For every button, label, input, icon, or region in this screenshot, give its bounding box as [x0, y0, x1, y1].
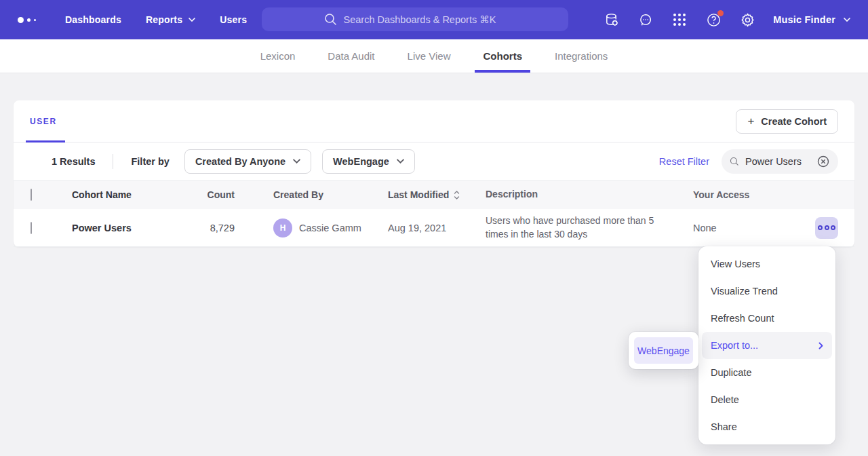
select-all-checkbox[interactable] — [31, 189, 32, 201]
tab-cohorts[interactable]: Cohorts — [469, 39, 536, 73]
settings-gear-icon[interactable] — [739, 12, 755, 28]
nav-item-reports[interactable]: Reports — [136, 9, 205, 31]
integration-filter-dropdown[interactable]: WebEngage — [322, 149, 415, 174]
chevron-down-icon — [293, 159, 300, 164]
row-actions-button[interactable] — [815, 217, 838, 239]
menu-item-visualize-trend[interactable]: Visualize Trend — [698, 278, 835, 305]
sort-icon — [454, 191, 460, 200]
data-management-icon[interactable] — [604, 12, 620, 28]
export-submenu: WebEngage — [629, 332, 698, 369]
more-dot — [831, 225, 835, 230]
global-search[interactable] — [262, 7, 568, 31]
menu-item-share[interactable]: Share — [698, 413, 835, 440]
filter-by-label: Filter by — [131, 156, 169, 167]
header-created-by[interactable]: Created By — [235, 189, 388, 200]
more-dot — [825, 225, 829, 230]
help-icon[interactable] — [705, 12, 722, 28]
created-by-dropdown-value: Created By Anyone — [195, 156, 285, 167]
header-count[interactable]: Count — [194, 189, 235, 200]
menu-item-refresh-count[interactable]: Refresh Count — [698, 305, 835, 332]
cohort-search[interactable] — [722, 149, 838, 174]
row-actions-menu: View Users Visualize Trend Refresh Count… — [698, 246, 835, 444]
nav-item-label: Dashboards — [65, 14, 121, 25]
submenu-item-webengage[interactable]: WebEngage — [634, 337, 693, 364]
brand-logo[interactable] — [18, 17, 50, 23]
tab-lexicon[interactable]: Lexicon — [247, 39, 309, 73]
menu-item-export-to[interactable]: Export to... — [702, 332, 832, 359]
menu-item-delete[interactable]: Delete — [698, 386, 835, 413]
cohorts-panel: USER + Create Cohort 1 Results Filter by… — [14, 100, 854, 247]
nav-item-users[interactable]: Users — [210, 9, 256, 31]
menu-item-label: Export to... — [711, 340, 758, 351]
header-label: Last Modified — [388, 189, 449, 200]
create-cohort-label: Create Cohort — [761, 116, 827, 127]
reset-filter-link[interactable]: Reset Filter — [659, 156, 709, 167]
count-cell: 8,729 — [194, 223, 235, 233]
feedback-chat-icon[interactable] — [637, 12, 654, 28]
search-icon — [730, 155, 739, 168]
cohort-search-input[interactable] — [745, 156, 810, 167]
plus-icon: + — [747, 115, 754, 127]
create-cohort-button[interactable]: + Create Cohort — [736, 109, 838, 134]
results-count: 1 Results — [52, 156, 95, 167]
chevron-right-icon — [818, 342, 823, 349]
topnav-actions: Music Finder — [604, 12, 850, 28]
menu-item-duplicate[interactable]: Duplicate — [698, 359, 835, 386]
primary-nav: Dashboards Reports Users — [56, 9, 256, 31]
description-cell: Users who have purchased more than 5 tim… — [486, 214, 693, 241]
creator-name: Cassie Gamm — [299, 223, 361, 233]
header-cohort-name[interactable]: Cohort Name — [72, 189, 194, 200]
access-cell: None — [693, 223, 774, 233]
apps-grid-icon[interactable] — [671, 12, 688, 28]
search-icon — [324, 13, 337, 26]
tab-data-audit[interactable]: Data Audit — [314, 39, 388, 73]
cohort-name-cell[interactable]: Power Users — [72, 223, 194, 233]
menu-item-view-users[interactable]: View Users — [698, 250, 835, 278]
project-selector[interactable]: Music Finder — [773, 14, 850, 25]
notification-badge — [717, 10, 724, 16]
project-name: Music Finder — [773, 14, 835, 25]
tab-live-view[interactable]: Live View — [394, 39, 465, 73]
logo-dot-medium — [27, 18, 31, 22]
row-checkbox[interactable] — [31, 222, 32, 234]
logo-dot-large — [18, 17, 24, 23]
created-by-dropdown[interactable]: Created By Anyone — [184, 149, 311, 174]
integration-dropdown-value: WebEngage — [333, 156, 389, 167]
panel-header: USER + Create Cohort — [14, 100, 854, 142]
header-last-modified[interactable]: Last Modified — [388, 189, 486, 200]
divider — [113, 154, 113, 169]
nav-item-dashboards[interactable]: Dashboards — [56, 9, 131, 31]
settings-tabbar: Lexicon Data Audit Live View Cohorts Int… — [0, 39, 868, 73]
top-navbar: Dashboards Reports Users — [0, 0, 868, 39]
chevron-down-icon — [844, 18, 850, 22]
nav-item-label: Reports — [146, 14, 182, 25]
header-label: Created By — [273, 189, 323, 200]
table-row[interactable]: Power Users 8,729 H Cassie Gamm Aug 19, … — [14, 209, 854, 247]
logo-dot-small — [34, 19, 36, 21]
more-dot — [818, 225, 823, 230]
avatar: H — [273, 218, 292, 238]
header-your-access: Your Access — [693, 189, 774, 200]
chevron-down-icon — [189, 18, 195, 22]
header-description: Description — [486, 188, 693, 202]
table-header-row: Cohort Name Count Created By Last Modifi… — [14, 180, 854, 209]
chevron-down-icon — [397, 159, 404, 164]
created-by-cell: H Cassie Gamm — [235, 218, 388, 238]
filter-bar: 1 Results Filter by Created By Anyone We… — [14, 142, 854, 180]
nav-item-label: Users — [220, 14, 247, 25]
global-search-input[interactable] — [344, 14, 507, 25]
tab-integrations[interactable]: Integrations — [541, 39, 621, 73]
tab-user[interactable]: USER — [30, 100, 57, 142]
clear-search-icon[interactable] — [816, 155, 830, 168]
last-modified-cell: Aug 19, 2021 — [388, 223, 486, 233]
